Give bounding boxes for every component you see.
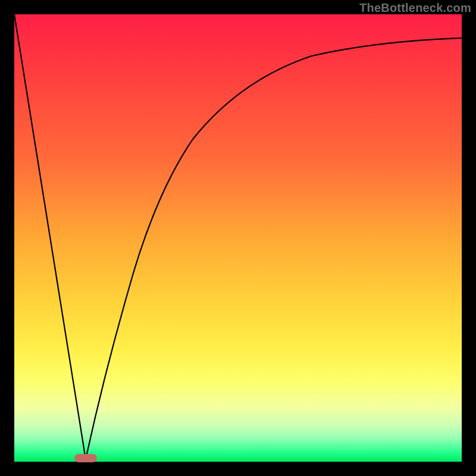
curve-right xyxy=(86,38,462,459)
chart-frame: TheBottleneck.com xyxy=(0,0,476,476)
bottleneck-marker xyxy=(74,454,97,462)
curve-left xyxy=(14,14,86,459)
watermark-text: TheBottleneck.com xyxy=(359,1,471,15)
bottleneck-curve xyxy=(14,14,462,462)
plot-area xyxy=(14,14,462,462)
